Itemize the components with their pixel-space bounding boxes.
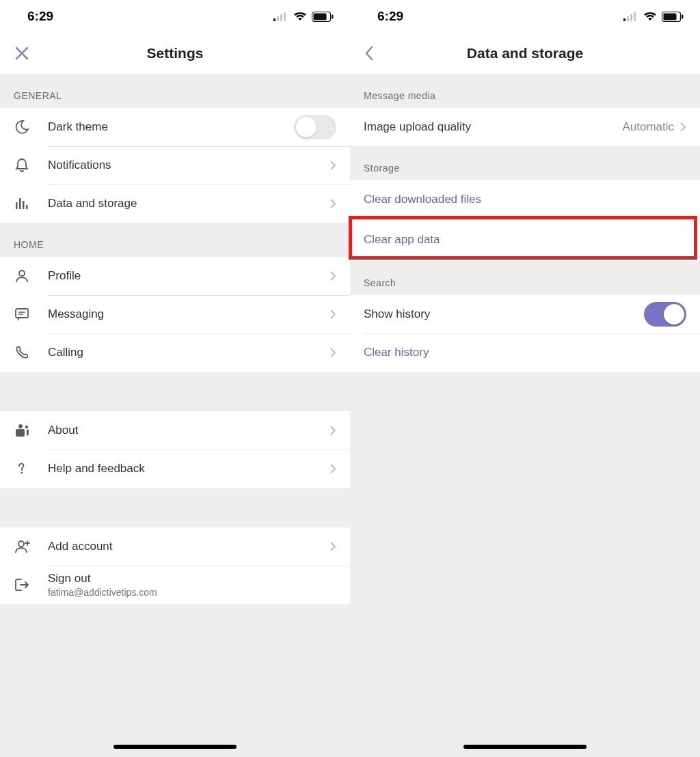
row-label: Dark theme <box>48 120 294 134</box>
svg-rect-3 <box>284 12 286 21</box>
home-indicator[interactable] <box>113 745 237 749</box>
row-about[interactable]: About <box>0 411 350 450</box>
svg-rect-21 <box>627 16 629 21</box>
section-header-media: Message media <box>350 74 700 108</box>
section-header-general: GENERAL <box>0 74 350 108</box>
svg-rect-25 <box>664 13 677 20</box>
status-bar: 6:29 <box>350 0 700 33</box>
chevron-right-icon <box>329 271 336 281</box>
battery-icon <box>662 12 684 22</box>
svg-rect-7 <box>16 202 18 209</box>
nav-bar: Data and storage <box>350 33 700 74</box>
row-clear-app-data[interactable]: Clear app data <box>350 219 700 261</box>
row-messaging[interactable]: Messaging <box>0 295 350 333</box>
row-profile[interactable]: Profile <box>0 257 350 295</box>
row-label: Data and storage <box>48 197 329 210</box>
row-image-quality[interactable]: Image upload quality Automatic <box>350 108 700 146</box>
status-time: 6:29 <box>377 9 403 24</box>
cellular-icon <box>623 12 638 21</box>
chevron-right-icon <box>329 425 336 436</box>
phone-icon <box>14 344 48 361</box>
settings-screen: 6:29 Settings GENERAL Dark t <box>0 0 350 757</box>
svg-rect-23 <box>634 12 636 21</box>
row-label: Add account <box>48 540 329 553</box>
row-clear-downloads[interactable]: Clear downloaded files <box>350 180 700 219</box>
nav-bar: Settings <box>0 33 350 74</box>
wifi-icon <box>643 12 657 21</box>
row-label: About <box>48 424 329 437</box>
status-indicators <box>623 12 684 22</box>
row-dark-theme[interactable]: Dark theme <box>0 108 350 146</box>
svg-point-15 <box>18 424 23 428</box>
row-clear-history[interactable]: Clear history <box>350 333 700 372</box>
svg-point-11 <box>19 271 25 276</box>
chevron-right-icon <box>329 463 336 474</box>
signout-email: fatima@addictivetips.com <box>48 587 336 598</box>
svg-rect-22 <box>630 14 632 21</box>
dark-theme-toggle[interactable] <box>294 115 336 139</box>
row-label: Clear downloaded files <box>364 193 686 206</box>
page-title: Data and storage <box>350 45 700 61</box>
bell-icon <box>14 157 48 174</box>
svg-rect-2 <box>280 14 282 21</box>
svg-rect-6 <box>332 14 334 18</box>
svg-point-19 <box>18 541 24 547</box>
svg-rect-9 <box>23 201 25 209</box>
svg-rect-8 <box>19 198 21 209</box>
svg-rect-1 <box>277 16 279 21</box>
row-notifications[interactable]: Notifications <box>0 146 350 184</box>
chevron-right-icon <box>679 122 686 133</box>
row-label: Sign out <box>48 572 336 586</box>
cellular-icon <box>273 12 288 21</box>
row-value: Automatic <box>622 120 674 134</box>
section-header-home: HOME <box>0 223 350 257</box>
row-sign-out[interactable]: Sign out fatima@addictivetips.com <box>0 566 350 604</box>
svg-rect-17 <box>16 429 25 437</box>
chevron-left-icon <box>364 45 375 61</box>
row-label: Clear history <box>364 346 686 359</box>
row-calling[interactable]: Calling <box>0 333 350 372</box>
signout-icon <box>14 576 48 594</box>
chevron-right-icon <box>329 198 336 209</box>
data-storage-screen: 6:29 Data and storage Message media Imag… <box>350 0 700 757</box>
chevron-right-icon <box>329 309 336 320</box>
status-indicators <box>273 12 334 22</box>
svg-point-18 <box>21 472 23 474</box>
close-button[interactable] <box>14 33 30 74</box>
row-label: Messaging <box>48 307 329 321</box>
row-label: Profile <box>48 269 329 283</box>
home-indicator[interactable] <box>463 745 587 749</box>
page-title: Settings <box>0 45 350 61</box>
bars-icon <box>14 195 48 212</box>
back-button[interactable] <box>364 33 375 74</box>
chevron-right-icon <box>329 347 336 358</box>
row-show-history[interactable]: Show history <box>350 295 700 333</box>
teams-icon <box>14 422 48 439</box>
chat-icon <box>14 306 48 322</box>
svg-rect-5 <box>314 13 327 20</box>
row-label: Notifications <box>48 159 329 172</box>
status-bar: 6:29 <box>0 0 350 33</box>
svg-rect-20 <box>623 18 625 21</box>
row-label: Help and feedback <box>48 462 329 476</box>
section-header-search: Search <box>350 261 700 295</box>
svg-rect-26 <box>682 14 684 18</box>
row-label: Calling <box>48 346 329 359</box>
battery-icon <box>312 12 334 22</box>
question-icon <box>14 460 48 477</box>
section-header-storage: Storage <box>350 146 700 180</box>
row-data-storage[interactable]: Data and storage <box>0 184 350 223</box>
person-icon <box>14 268 48 284</box>
row-help[interactable]: Help and feedback <box>0 450 350 488</box>
svg-rect-0 <box>273 18 275 21</box>
row-add-account[interactable]: Add account <box>0 527 350 566</box>
show-history-toggle[interactable] <box>644 302 686 327</box>
moon-icon <box>14 119 48 135</box>
row-label: Clear app data <box>364 233 686 247</box>
close-icon <box>14 45 30 61</box>
svg-rect-10 <box>26 205 28 209</box>
add-person-icon <box>14 538 48 555</box>
row-label: Show history <box>364 307 644 321</box>
status-time: 6:29 <box>27 9 53 24</box>
chevron-right-icon <box>329 541 336 552</box>
